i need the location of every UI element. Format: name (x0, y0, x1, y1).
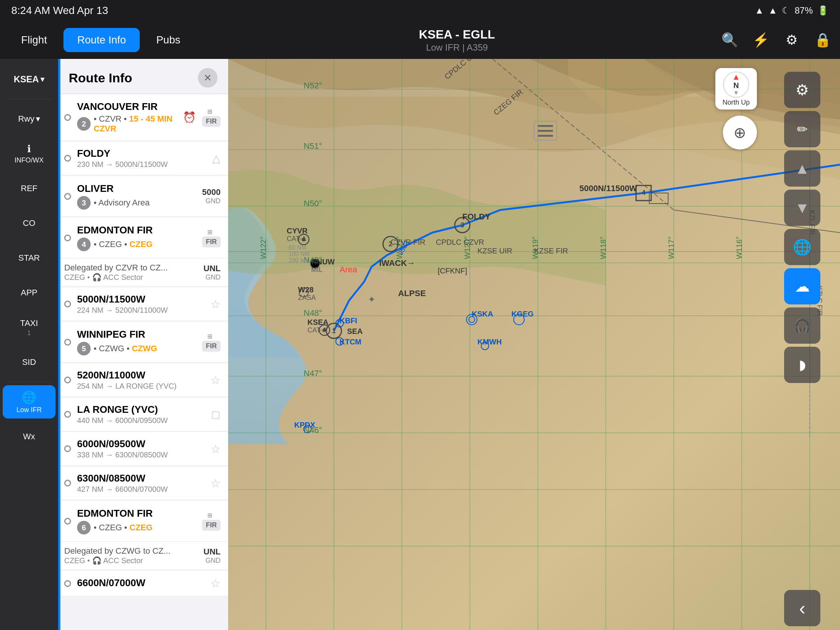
route-section-5000n: 5000N/11500W 224 NM → 5200N/11000W ☆ (58, 287, 228, 321)
rwy-label: Rwy (18, 114, 35, 124)
waypoint-name: 6300N/08500W (77, 472, 207, 484)
route-dot (64, 377, 71, 384)
svg-text:CYVR: CYVR (287, 227, 308, 235)
search-button[interactable]: 🔍 (720, 30, 739, 50)
edmonton-fir-header[interactable]: EDMONTON FIR 4 • CZEG • CZEG ⊞ FIR (58, 218, 228, 258)
sidebar-item-low-ifr[interactable]: 🌐 Low IFR (3, 385, 55, 418)
triangle-up-button[interactable]: ▲ (784, 150, 820, 186)
blue-line-indicator (58, 94, 60, 630)
waypoint-sub: 427 NM → 6600N/07000W (77, 485, 207, 494)
edmonton-fir-6-header[interactable]: EDMONTON FIR 6 • CZEG • CZEG ⊞ FIR (58, 501, 228, 542)
svg-text:KSEA: KSEA (308, 318, 328, 326)
adjust-icon[interactable]: ⊞ FIR (199, 512, 221, 531)
tab-flight[interactable]: Flight (8, 28, 60, 52)
route-dot (64, 193, 71, 200)
tab-pubs[interactable]: Pubs (143, 28, 194, 52)
waypoint-content: FOLDY 230 NM → 5000N/11500W (77, 148, 208, 169)
map-area[interactable]: 1 2 3 4 ✦ (228, 59, 840, 630)
north-up-label: North Up (723, 99, 750, 106)
globe-button[interactable]: 🌐 (784, 229, 820, 265)
clock-icon[interactable]: ⏰ (183, 111, 196, 123)
pen-toolbar-button[interactable]: ✏ (784, 111, 820, 147)
unl-badge: UNL GND (204, 264, 221, 281)
fir-name: EDMONTON FIR (77, 508, 196, 519)
svg-text:KNUW: KNUW (311, 257, 335, 266)
lightning-button[interactable]: ⚡ (751, 30, 771, 50)
north-up-button[interactable]: ▲ N ▼ North Up (715, 68, 757, 109)
delegated-row: Delegated by CZVR to CZ... CZEG • 🎧 ACC … (58, 258, 228, 287)
globe-icon: 🌐 (22, 390, 36, 404)
svg-text:W122°: W122° (259, 237, 267, 259)
sidebar-item-rwy[interactable]: Rwy ▾ (3, 103, 55, 136)
adjust-icon[interactable]: ⊞ FIR (199, 333, 221, 352)
route-section-foldy: FOLDY 230 NM → 5000N/11500W △ (58, 142, 228, 175)
6300n-waypoint[interactable]: 6300N/08500W 427 NM → 6600N/07000W ☆ (58, 466, 228, 500)
svg-text:CAT-A: CAT-A (287, 235, 306, 243)
signal-icon: ▲ (768, 5, 777, 16)
alt-bot: GND (202, 197, 221, 205)
5200n-waypoint[interactable]: 5200N/11000W 254 NM → LA RONGE (YVC) ☆ (58, 363, 228, 397)
num-circle: 4 (77, 238, 91, 251)
sidebar-item-wx[interactable]: Wx (3, 420, 55, 453)
unl-bot: GND (204, 273, 221, 281)
fir-number-badge: 2 • CZVR • 15 - 45 MIN CZVR (77, 114, 179, 134)
headphones-button[interactable]: 🎧 (784, 308, 820, 344)
waypoint-sub: 254 NM → LA RONGE (YVC) (77, 382, 207, 390)
taxi-label: TAXI (20, 318, 38, 328)
cloud-button[interactable]: ☁ (784, 268, 820, 305)
star-label: STAR (18, 253, 39, 263)
nav-right: 🔍 ⚡ ⚙ 🔒 (720, 30, 832, 50)
sidebar-item-taxi[interactable]: TAXI 1 (3, 311, 55, 344)
waypoint-name: 5200N/11000W (77, 369, 207, 381)
svg-text:KGEG: KGEG (512, 310, 534, 318)
waypoint-content: 6000N/09500W 338 NM → 6300N/08500W (77, 438, 207, 459)
route-list[interactable]: VANCOUVER FIR 2 • CZVR • 15 - 45 MIN CZV… (58, 94, 228, 630)
unl-top: UNL (204, 547, 221, 557)
sidebar-item-ref[interactable]: REF (3, 172, 55, 205)
sidebar-item-co[interactable]: CO (3, 207, 55, 240)
adjust-icon[interactable]: ⊞ FIR (199, 229, 221, 247)
settings-button[interactable]: ⚙ (782, 30, 802, 50)
svg-text:N47°: N47° (304, 369, 322, 378)
oliver-content: OLIVER 3 • Advisory Area (77, 183, 198, 210)
5000n-waypoint[interactable]: 5000N/11500W 224 NM → 5200N/11000W ☆ (58, 287, 228, 321)
wifi-icon: ▲ (755, 5, 764, 16)
fir-name: VANCOUVER FIR (77, 101, 179, 112)
triangle-down-button[interactable]: ▼ (784, 189, 820, 226)
waypoint-content: 5200N/11000W 254 NM → LA RONGE (YVC) (77, 369, 207, 390)
fir-sub: • CZEG • CZEG (94, 523, 153, 532)
route-section-oliver: OLIVER 3 • Advisory Area 5000 GND (58, 176, 228, 217)
sidebar-item-info-wx[interactable]: ℹ INFO/WX (3, 137, 55, 171)
6600n-waypoint[interactable]: 6600N/07000W ☆ (58, 571, 228, 596)
la-ronge-waypoint[interactable]: LA RONGE (YVC) 440 NM → 6000N/09500W ▢ (58, 398, 228, 431)
sidebar-item-sid[interactable]: SID (3, 346, 55, 379)
sidebar-item-ksea[interactable]: KSEA ▾ (3, 63, 55, 96)
right-toolbar: ⚙ ✏ ▲ ▼ 🌐 ☁ 🎧 ◗ ‹ (764, 68, 840, 630)
sidebar-item-app[interactable]: APP (3, 276, 55, 309)
acc-sector: CZEG • 🎧 ACC Sector (64, 556, 199, 565)
close-button[interactable]: ✕ (198, 68, 218, 88)
svg-text:KPDX: KPDX (294, 421, 315, 429)
tab-route-info[interactable]: Route Info (63, 28, 139, 52)
6000n-waypoint[interactable]: 6000N/09500W 338 NM → 6300N/08500W ☆ (58, 432, 228, 466)
fir-sub: • Advisory Area (94, 198, 150, 208)
halfmoon-button[interactable]: ◗ (784, 347, 820, 383)
vancouver-fir-header[interactable]: VANCOUVER FIR 2 • CZVR • 15 - 45 MIN CZV… (58, 94, 228, 141)
foldy-waypoint[interactable]: FOLDY 230 NM → 5000N/11500W △ (58, 142, 228, 175)
sidebar-item-star[interactable]: STAR (3, 242, 55, 275)
fir-badge: FIR (202, 341, 221, 352)
settings-toolbar-button[interactable]: ⚙ (784, 72, 820, 108)
oliver-header[interactable]: OLIVER 3 • Advisory Area 5000 GND (58, 176, 228, 217)
gps-button[interactable]: ⊕ (723, 115, 757, 150)
adjust-icon[interactable]: ⊞ FIR (199, 108, 221, 127)
winnipeg-fir-header[interactable]: WINNIPEG FIR 5 • CZWG • CZWG ⊞ FIR (58, 322, 228, 363)
chevron-left-button[interactable]: ‹ (784, 590, 820, 626)
fir-number-badge: 5 • CZWG • CZWG (77, 342, 196, 355)
fir-number-badge: 4 • CZEG • CZEG (77, 238, 196, 251)
fir-number-badge: 3 • Advisory Area (77, 196, 198, 210)
lock-button[interactable]: 🔒 (813, 30, 832, 50)
unl-top: UNL (204, 264, 221, 273)
fir-badge: FIR (202, 116, 221, 127)
fir-number-badge: 6 • CZEG • CZEG (77, 521, 196, 534)
square-icon: ▢ (211, 409, 221, 420)
